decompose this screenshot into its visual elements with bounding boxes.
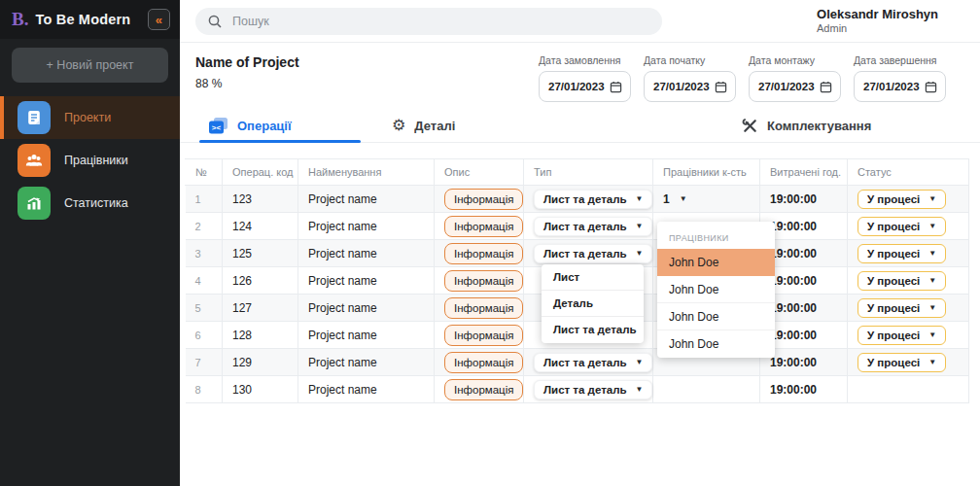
- workers-dropdown: ПРАЦІВНИКИ John Doe John Doe John Doe Jo…: [657, 222, 775, 358]
- info-button[interactable]: Інформація: [444, 297, 523, 319]
- tab-operations[interactable]: >< Операції: [209, 109, 292, 142]
- worker-option[interactable]: John Doe: [657, 303, 775, 330]
- type-option[interactable]: Лист та деталь: [542, 317, 644, 343]
- status-select[interactable]: У процесі▼: [858, 271, 946, 291]
- chart-icon: [18, 187, 51, 220]
- type-select[interactable]: Лист та деталь▼: [534, 353, 652, 372]
- chevron-down-icon: ▼: [928, 250, 936, 258]
- app-logo: B.: [12, 9, 28, 30]
- info-button[interactable]: Інформація: [444, 270, 523, 292]
- document-icon: [18, 101, 51, 134]
- type-dropdown: Лист Деталь Лист та деталь: [542, 264, 644, 343]
- info-button[interactable]: Інформація: [444, 379, 523, 400]
- info-button[interactable]: Інформація: [444, 216, 523, 237]
- project-progress: 88 %: [195, 77, 299, 90]
- chevron-down-icon: ▼: [636, 386, 644, 394]
- tab-details[interactable]: ⚙ Деталі: [392, 109, 455, 142]
- date-field-order: Дата замовлення 27/01/2023: [539, 54, 631, 109]
- calendar-icon: [610, 81, 622, 93]
- tab-assembly[interactable]: Комплектування: [742, 109, 871, 142]
- status-select[interactable]: У процесі▼: [858, 217, 946, 236]
- search-icon: [207, 14, 223, 29]
- calendar-icon: [715, 81, 727, 93]
- date-input-completion[interactable]: 27/01/2023: [854, 71, 946, 102]
- date-field-start: Дата початку 27/01/2023: [644, 54, 736, 109]
- status-select[interactable]: У процесі▼: [858, 353, 946, 372]
- sidebar-item-employees[interactable]: Працівники: [0, 139, 180, 182]
- info-button[interactable]: Інформація: [444, 325, 523, 346]
- column-header: Тип: [524, 159, 653, 186]
- svg-text:><: ><: [212, 123, 222, 132]
- date-label: Дата монтажу: [749, 54, 841, 66]
- worker-option[interactable]: John Doe: [657, 276, 775, 303]
- main-content: Oleksandr Miroshyn Admin Name of Project…: [180, 0, 980, 486]
- column-header: №: [186, 159, 223, 186]
- app-window: B. To Be Modern « + Новий проект Проекти…: [0, 0, 980, 486]
- status-select[interactable]: У процесі▼: [858, 244, 946, 263]
- project-name: Name of Project: [195, 54, 299, 70]
- active-tab-underline: [199, 140, 361, 143]
- type-select[interactable]: Лист та деталь▼: [534, 380, 652, 399]
- date-field-completion: Дата завершення 27/01/2023: [854, 54, 946, 109]
- date-input-assembly[interactable]: 27/01/2023: [749, 71, 841, 102]
- table-row: 2 124 Project name Інформація Лист та де…: [186, 213, 969, 240]
- table-row: 8 130 Project name Інформація Лист та де…: [186, 376, 969, 403]
- user-menu[interactable]: Oleksandr Miroshyn Admin: [817, 7, 938, 36]
- status-select[interactable]: У процесі▼: [858, 298, 946, 318]
- info-button[interactable]: Інформація: [444, 243, 523, 264]
- search-box[interactable]: [195, 8, 662, 35]
- status-select[interactable]: У процесі▼: [858, 190, 946, 209]
- sidebar-item-label: Працівники: [64, 154, 128, 167]
- people-icon: [18, 144, 51, 177]
- project-header: Name of Project 88 % Дата замовлення 27/…: [180, 43, 980, 109]
- chevron-down-icon: ▼: [636, 195, 644, 203]
- workers-count-select[interactable]: 1▼: [663, 192, 687, 206]
- tab-label: Деталі: [414, 119, 455, 133]
- date-field-assembly: Дата монтажу 27/01/2023: [749, 54, 841, 109]
- tab-label: Операції: [237, 119, 292, 133]
- column-header: Опис: [435, 159, 524, 186]
- tab-bar: >< Операції ⚙ Деталі Комплектування: [180, 109, 980, 143]
- date-label: Дата замовлення: [539, 54, 631, 66]
- user-role: Admin: [817, 22, 938, 36]
- type-select[interactable]: Лист та деталь▼: [534, 244, 652, 263]
- sidebar: B. To Be Modern « + Новий проект Проекти…: [0, 0, 180, 486]
- chevron-down-icon: ▼: [636, 359, 644, 366]
- info-button[interactable]: Інформація: [444, 189, 523, 210]
- date-input-start[interactable]: 27/01/2023: [644, 71, 736, 102]
- column-header: Операц. код: [223, 159, 298, 186]
- chevron-down-icon: ▼: [928, 195, 936, 203]
- date-input-order[interactable]: 27/01/2023: [539, 71, 631, 102]
- info-button[interactable]: Інформація: [444, 352, 523, 373]
- type-select[interactable]: Лист та деталь▼: [534, 190, 652, 209]
- column-header: Працівники к-сть: [653, 159, 760, 186]
- sidebar-item-label: Статистика: [64, 196, 128, 210]
- date-label: Дата початку: [644, 54, 736, 66]
- project-dates: Дата замовлення 27/01/2023 Дата початку …: [539, 54, 946, 109]
- table-row: 3 125 Project name Інформація Лист та де…: [186, 240, 969, 267]
- search-input[interactable]: [230, 14, 650, 29]
- operations-icon: ><: [209, 118, 228, 134]
- table-row: 1 123 Project name Інформація Лист та де…: [186, 186, 969, 213]
- chevron-down-icon: ▼: [928, 304, 936, 312]
- type-select[interactable]: Лист та деталь▼: [534, 217, 652, 236]
- table-header-row: № Операц. код Найменування Опис Тип Прац…: [186, 159, 969, 186]
- user-name: Oleksandr Miroshyn: [817, 7, 938, 22]
- sidebar-item-projects[interactable]: Проекти: [0, 96, 180, 139]
- worker-option-selected[interactable]: John Doe: [657, 249, 775, 276]
- type-option[interactable]: Лист: [542, 264, 644, 291]
- tab-label: Комплектування: [767, 119, 871, 133]
- app-title: To Be Modern: [35, 12, 130, 27]
- chevron-down-icon: ▼: [636, 223, 644, 230]
- sidebar-item-label: Проекти: [64, 111, 111, 124]
- new-project-button[interactable]: + Новий проект: [12, 48, 168, 83]
- chevron-down-icon: ▼: [928, 331, 936, 339]
- type-option[interactable]: Деталь: [542, 291, 644, 317]
- sidebar-collapse-button[interactable]: «: [148, 9, 170, 30]
- worker-option[interactable]: John Doe: [657, 330, 775, 358]
- status-select[interactable]: У процесі▼: [858, 326, 946, 345]
- sidebar-item-statistics[interactable]: Статистика: [0, 182, 180, 225]
- column-header: Найменування: [298, 159, 435, 186]
- workers-dropdown-header: ПРАЦІВНИКИ: [657, 222, 775, 249]
- table-row: 7 129 Project name Інформація Лист та де…: [186, 349, 969, 376]
